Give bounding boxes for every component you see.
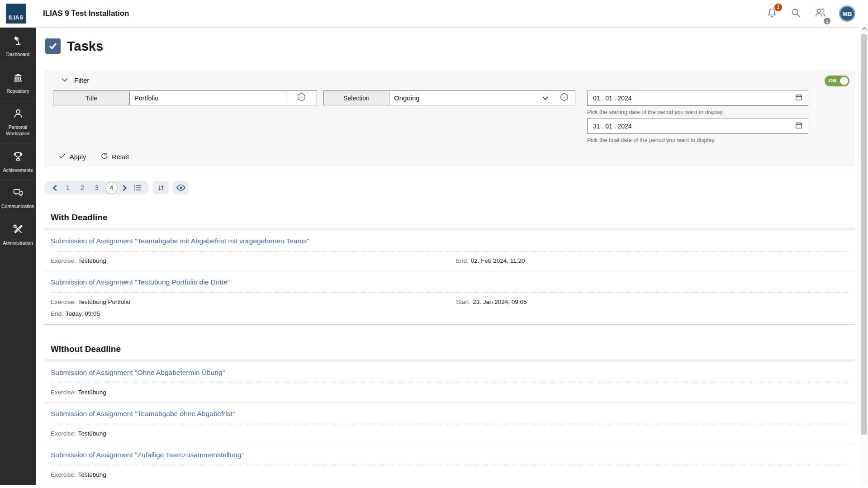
remove-title-filter-button[interactable] — [286, 90, 317, 105]
notifications-badge: 1 — [774, 4, 782, 11]
top-bar: ILIAS ILIAS 9 Test Installation 1 — [0, 0, 868, 28]
remove-selection-filter-button[interactable] — [553, 90, 575, 105]
property-label: Exercise: — [51, 430, 76, 437]
vertical-scrollbar-thumb[interactable] — [861, 34, 867, 435]
search-button[interactable] — [790, 7, 802, 20]
property-label: Exercise: — [51, 298, 76, 305]
sidebar-item-communication[interactable]: Communication — [0, 180, 36, 216]
task-title-link[interactable]: Submission of Assignment "Teamabgabe mit… — [51, 237, 309, 245]
property-value: Testübung — [78, 471, 106, 478]
sidebar-item-label: Communication — [1, 204, 34, 210]
current-page-button[interactable]: 4 — [105, 182, 118, 194]
filter-actions: Apply Reset — [59, 152, 129, 161]
selection-filter-label: Selection — [323, 90, 389, 105]
person-icon — [12, 108, 24, 124]
sort-button[interactable] — [153, 181, 169, 194]
sidebar-item-dashboard[interactable]: Dashboard — [0, 28, 36, 64]
filter-label: Filter — [74, 76, 89, 84]
apply-label: Apply — [70, 153, 86, 161]
page-button-1[interactable]: 1 — [61, 184, 75, 191]
property-value: Testübung Portfolio — [78, 298, 131, 305]
tools-icon — [12, 223, 24, 240]
page-button-2[interactable]: 2 — [75, 184, 90, 191]
sidebar-item-personal-workspace[interactable]: Personal Workspace — [0, 100, 36, 143]
trophy-icon — [12, 151, 24, 167]
pagination-pill: 1 2 3 4 — [44, 181, 149, 194]
period-start-input[interactable]: 01 . 01 . 2024 — [587, 90, 808, 106]
task-title-link[interactable]: Submission of Assignment "Zufällige Team… — [51, 451, 244, 459]
task-property: End:02. Feb 2024, 11:20 — [456, 257, 849, 265]
task-properties-row: Exercise:Testübung End:02. Feb 2024, 11:… — [51, 257, 849, 265]
horizontal-scrollbar[interactable] — [0, 485, 868, 488]
avatar-initials: MB — [843, 10, 852, 17]
notifications-button[interactable]: 1 — [766, 7, 778, 21]
chevron-left-icon — [52, 185, 57, 191]
title-filter-input[interactable] — [130, 91, 286, 105]
sidebar-item-achievements[interactable]: Achievements — [0, 143, 36, 180]
task-title-link[interactable]: Submission of Assignment "Teamabgabe ohn… — [51, 410, 235, 418]
task-property: Exercise:Testübung — [51, 389, 456, 397]
contacts-button[interactable]: 1 — [814, 7, 827, 21]
sort-arrows-icon — [157, 185, 165, 191]
task-property: End:Today, 09:05 — [51, 310, 456, 318]
property-value: Testübung — [78, 389, 106, 396]
installation-title: ILIAS 9 Test Installation — [43, 0, 129, 27]
presentation-toggle-button[interactable] — [173, 181, 189, 194]
apply-button[interactable]: Apply — [59, 152, 86, 161]
selection-filter-select[interactable]: Ongoing — [389, 90, 553, 105]
vertical-scrollbar[interactable] — [860, 25, 868, 485]
task-property: Exercise:Testübung — [51, 430, 456, 438]
reset-label: Reset — [112, 153, 129, 161]
selection-filter-value: Ongoing — [394, 94, 420, 102]
sidebar-item-label: Dashboard — [6, 52, 29, 58]
property-label: Start: — [456, 298, 470, 305]
filter-collapse-toggle[interactable]: Filter — [61, 76, 89, 84]
title-filter-label: Title — [53, 90, 130, 105]
period-end-input[interactable]: 31 . 01 . 2024 — [587, 118, 808, 134]
calendar-icon — [795, 94, 802, 102]
reset-button[interactable]: Reset — [100, 152, 129, 161]
next-page-button[interactable] — [119, 185, 131, 191]
section-with-deadline: With Deadline Submission of Assignment "… — [44, 207, 855, 325]
previous-page-button[interactable] — [49, 185, 61, 191]
main-sidebar: Dashboard Repository Personal Workspace — [0, 28, 36, 485]
dotted-separator — [51, 383, 849, 383]
section-title: With Deadline — [44, 207, 855, 227]
sidebar-item-label: Personal Workspace — [1, 124, 34, 137]
sidebar-item-repository[interactable]: Repository — [0, 64, 36, 101]
scroll-up-arrow[interactable] — [861, 27, 867, 33]
dotted-separator — [51, 465, 849, 465]
topbar-icons: 1 1 MB — [766, 0, 855, 27]
task-item: Submission of Assignment "Ohne Abgabeter… — [44, 362, 855, 403]
sidebar-item-administration[interactable]: Administration — [0, 216, 36, 253]
task-item: Submission of Assignment "Zufällige Team… — [44, 444, 855, 485]
period-end-value: 31 . 01 . 2024 — [593, 123, 632, 130]
task-item: Submission of Assignment "Testübung Port… — [44, 271, 855, 324]
property-value: Today, 09:05 — [66, 310, 100, 317]
reset-icon — [100, 152, 108, 161]
filter-on-toggle[interactable]: ON — [825, 76, 849, 86]
ilias-logo[interactable]: ILIAS — [6, 4, 26, 24]
task-title-link[interactable]: Submission of Assignment "Ohne Abgabeter… — [51, 369, 225, 377]
contacts-badge: 1 — [824, 18, 830, 24]
toggle-state-label: ON — [829, 78, 836, 83]
property-value: Testübung — [78, 257, 106, 264]
property-value: 23. Jan 2024, 09:05 — [473, 298, 526, 305]
dotted-separator — [51, 292, 849, 293]
eye-icon — [176, 185, 185, 191]
task-properties-row: Exercise:Testübung — [51, 471, 849, 479]
avatar[interactable]: MB — [839, 5, 855, 22]
page-button-3[interactable]: 3 — [90, 184, 104, 191]
search-icon — [790, 7, 802, 20]
section-title: Without Deadline — [44, 338, 855, 359]
pagination: 1 2 3 4 — [44, 181, 855, 194]
period-end-byline: Pick the final date of the period you wa… — [587, 137, 716, 143]
page-header: Tasks — [44, 38, 855, 54]
property-value: 02. Feb 2024, 11:20 — [471, 257, 525, 264]
section-without-deadline: Without Deadline Submission of Assignmen… — [44, 338, 855, 485]
dotted-separator — [51, 424, 849, 424]
property-label: Exercise: — [51, 471, 76, 478]
list-view-button[interactable] — [131, 184, 144, 191]
task-title-link[interactable]: Submission of Assignment "Testübung Port… — [51, 278, 230, 286]
calendar-icon — [795, 122, 802, 130]
